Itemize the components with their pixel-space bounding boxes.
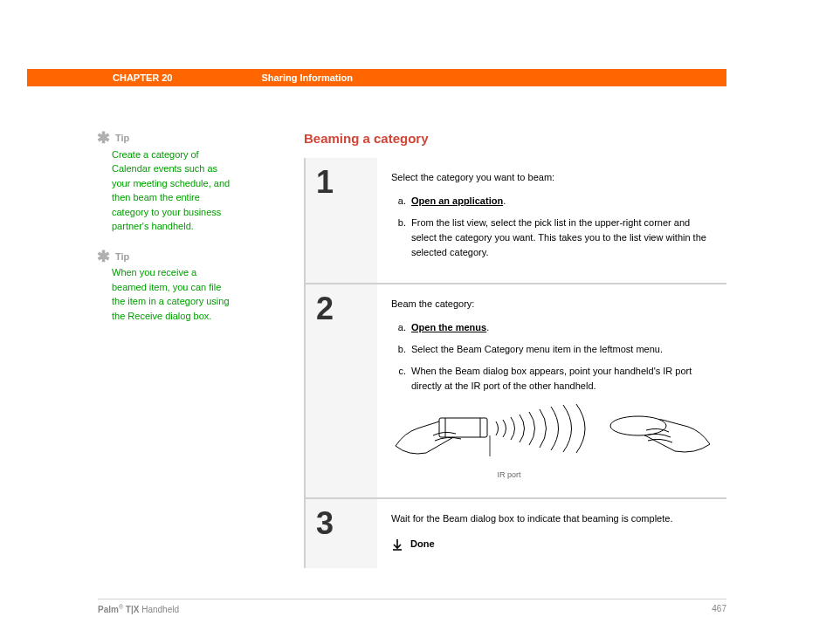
step-item: Select the Beam Category menu item in th… bbox=[409, 342, 714, 357]
tip-text: Create a category of Calendar events suc… bbox=[112, 147, 231, 234]
header-bar: CHAPTER 20 Sharing Information bbox=[27, 69, 726, 86]
step-item: Open the menus. bbox=[409, 320, 714, 335]
svg-point-4 bbox=[610, 416, 666, 435]
done-arrow-icon bbox=[391, 538, 403, 551]
main-content: Beaming a category 1 Select the category… bbox=[304, 131, 726, 568]
step-intro: Beam the category: bbox=[391, 297, 714, 312]
asterisk-icon: ✱ bbox=[97, 250, 110, 264]
asterisk-icon: ✱ bbox=[97, 131, 110, 145]
step-intro: Wait for the Beam dialog box to indicate… bbox=[391, 511, 713, 526]
step-number: 1 bbox=[306, 158, 377, 283]
tip-label: Tip bbox=[115, 250, 129, 264]
inline-link[interactable]: Open an application bbox=[411, 195, 503, 206]
step-3: 3 Wait for the Beam dialog box to indica… bbox=[306, 499, 726, 567]
step-number: 3 bbox=[306, 499, 377, 567]
step-item: From the list view, select the pick list… bbox=[409, 216, 713, 260]
steps-container: 1 Select the category you want to beam: … bbox=[304, 158, 726, 568]
step-item: When the Beam dialog box appears, point … bbox=[409, 364, 714, 394]
done-label: Done bbox=[410, 537, 435, 552]
step-body: Wait for the Beam dialog box to indicate… bbox=[377, 499, 726, 567]
ir-beam-icon bbox=[391, 402, 714, 468]
step-intro: Select the category you want to beam: bbox=[391, 170, 713, 185]
tip-block: ✱ Tip Create a category of Calendar even… bbox=[97, 131, 231, 234]
footer-brand: Palm® T|X Handheld bbox=[98, 604, 179, 614]
chapter-label: CHAPTER 20 bbox=[113, 72, 172, 83]
step-2: 2 Beam the category: Open the menus. Sel… bbox=[306, 284, 726, 499]
tip-block: ✱ Tip When you receive a beamed item, yo… bbox=[97, 250, 231, 324]
sidebar-tips: ✱ Tip Create a category of Calendar even… bbox=[97, 131, 231, 339]
page-number: 467 bbox=[712, 604, 726, 614]
step-item: Open an application. bbox=[409, 194, 713, 209]
page-footer: Palm® T|X Handheld 467 bbox=[98, 599, 726, 614]
step-1: 1 Select the category you want to beam: … bbox=[306, 158, 726, 284]
tip-label: Tip bbox=[115, 131, 129, 146]
section-label: Sharing Information bbox=[261, 72, 353, 83]
tip-text: When you receive a beamed item, you can … bbox=[112, 265, 231, 323]
done-row: Done bbox=[391, 537, 713, 552]
step-number: 2 bbox=[306, 284, 377, 497]
section-title: Beaming a category bbox=[304, 131, 726, 146]
step-body: Beam the category: Open the menus. Selec… bbox=[377, 284, 728, 497]
step-body: Select the category you want to beam: Op… bbox=[377, 158, 726, 283]
inline-link[interactable]: Open the menus bbox=[411, 322, 486, 332]
ir-port-label: IR port bbox=[497, 469, 520, 482]
beaming-illustration: IR port bbox=[391, 402, 714, 482]
